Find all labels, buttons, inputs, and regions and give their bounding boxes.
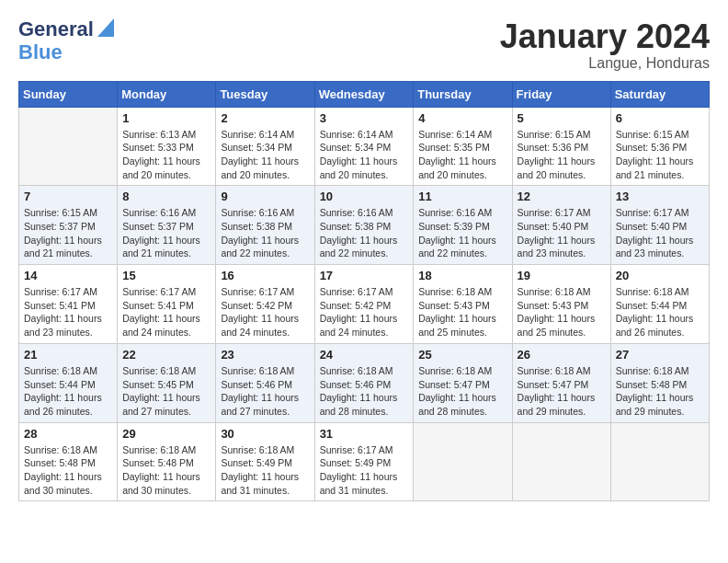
logo-text: General bbox=[18, 19, 94, 40]
day-number: 8 bbox=[122, 190, 210, 203]
cell-details: Sunrise: 6:16 AMSunset: 5:37 PMDaylight:… bbox=[122, 206, 210, 260]
day-number: 25 bbox=[418, 348, 506, 362]
cell-details: Sunrise: 6:17 AMSunset: 5:40 PMDaylight:… bbox=[518, 206, 606, 260]
day-number: 11 bbox=[418, 190, 506, 203]
cell-details: Sunrise: 6:14 AMSunset: 5:34 PMDaylight:… bbox=[221, 128, 309, 182]
calendar-cell: 15Sunrise: 6:17 AMSunset: 5:41 PMDayligh… bbox=[118, 265, 216, 344]
calendar-cell: 30Sunrise: 6:18 AMSunset: 5:49 PMDayligh… bbox=[216, 422, 314, 501]
day-number: 20 bbox=[616, 269, 704, 282]
calendar-cell: 2Sunrise: 6:14 AMSunset: 5:34 PMDaylight… bbox=[216, 107, 314, 186]
day-number: 17 bbox=[320, 269, 409, 282]
calendar-cell: 31Sunrise: 6:17 AMSunset: 5:49 PMDayligh… bbox=[314, 422, 414, 501]
calendar-cell: 29Sunrise: 6:18 AMSunset: 5:48 PMDayligh… bbox=[118, 422, 216, 501]
cell-details: Sunrise: 6:17 AMSunset: 5:49 PMDaylight:… bbox=[320, 443, 409, 498]
weekday-header: Saturday bbox=[610, 81, 709, 107]
cell-details: Sunrise: 6:17 AMSunset: 5:42 PMDaylight:… bbox=[221, 285, 309, 339]
cell-details: Sunrise: 6:16 AMSunset: 5:38 PMDaylight:… bbox=[320, 206, 409, 260]
calendar-cell: 26Sunrise: 6:18 AMSunset: 5:47 PMDayligh… bbox=[512, 343, 610, 422]
calendar-cell: 18Sunrise: 6:18 AMSunset: 5:43 PMDayligh… bbox=[414, 265, 512, 344]
calendar-cell: 9Sunrise: 6:16 AMSunset: 5:38 PMDaylight… bbox=[216, 186, 314, 265]
page-header: General Blue January 2024 Langue, Hondur… bbox=[18, 18, 710, 72]
day-number: 22 bbox=[122, 348, 210, 362]
calendar-cell: 23Sunrise: 6:18 AMSunset: 5:46 PMDayligh… bbox=[216, 343, 314, 422]
calendar-week-row: 7Sunrise: 6:15 AMSunset: 5:37 PMDaylight… bbox=[19, 186, 710, 265]
location: Langue, Honduras bbox=[500, 55, 710, 72]
calendar-cell bbox=[414, 422, 512, 501]
calendar-cell: 14Sunrise: 6:17 AMSunset: 5:41 PMDayligh… bbox=[19, 265, 118, 344]
cell-details: Sunrise: 6:17 AMSunset: 5:41 PMDaylight:… bbox=[24, 285, 112, 339]
calendar-cell: 22Sunrise: 6:18 AMSunset: 5:45 PMDayligh… bbox=[118, 343, 216, 422]
weekday-header-row: SundayMondayTuesdayWednesdayThursdayFrid… bbox=[19, 81, 710, 107]
day-number: 28 bbox=[24, 427, 112, 441]
calendar-cell: 17Sunrise: 6:17 AMSunset: 5:42 PMDayligh… bbox=[314, 265, 414, 344]
calendar-cell: 19Sunrise: 6:18 AMSunset: 5:43 PMDayligh… bbox=[512, 265, 610, 344]
day-number: 27 bbox=[616, 348, 704, 362]
day-number: 3 bbox=[320, 111, 409, 125]
weekday-header: Tuesday bbox=[216, 81, 314, 107]
calendar-cell: 6Sunrise: 6:15 AMSunset: 5:36 PMDaylight… bbox=[610, 107, 709, 186]
day-number: 12 bbox=[518, 190, 606, 203]
cell-details: Sunrise: 6:18 AMSunset: 5:46 PMDaylight:… bbox=[221, 364, 309, 419]
calendar-cell: 24Sunrise: 6:18 AMSunset: 5:46 PMDayligh… bbox=[314, 343, 414, 422]
cell-details: Sunrise: 6:18 AMSunset: 5:43 PMDaylight:… bbox=[518, 285, 606, 339]
day-number: 9 bbox=[221, 190, 309, 203]
day-number: 24 bbox=[320, 348, 409, 362]
weekday-header: Sunday bbox=[19, 81, 118, 107]
day-number: 15 bbox=[122, 269, 210, 282]
day-number: 5 bbox=[518, 111, 606, 125]
weekday-header: Friday bbox=[512, 81, 610, 107]
logo-icon bbox=[97, 18, 114, 37]
day-number: 7 bbox=[24, 190, 112, 203]
cell-details: Sunrise: 6:18 AMSunset: 5:49 PMDaylight:… bbox=[221, 443, 309, 498]
calendar-table: SundayMondayTuesdayWednesdayThursdayFrid… bbox=[18, 81, 710, 502]
calendar-cell: 28Sunrise: 6:18 AMSunset: 5:48 PMDayligh… bbox=[19, 422, 118, 501]
calendar-cell: 8Sunrise: 6:16 AMSunset: 5:37 PMDaylight… bbox=[118, 186, 216, 265]
day-number: 13 bbox=[616, 190, 704, 203]
cell-details: Sunrise: 6:18 AMSunset: 5:48 PMDaylight:… bbox=[616, 364, 704, 419]
cell-details: Sunrise: 6:18 AMSunset: 5:44 PMDaylight:… bbox=[616, 285, 704, 339]
calendar-week-row: 28Sunrise: 6:18 AMSunset: 5:48 PMDayligh… bbox=[19, 422, 710, 501]
day-number: 23 bbox=[221, 348, 309, 362]
calendar-cell: 25Sunrise: 6:18 AMSunset: 5:47 PMDayligh… bbox=[414, 343, 512, 422]
logo: General Blue bbox=[18, 18, 114, 64]
calendar-cell: 11Sunrise: 6:16 AMSunset: 5:39 PMDayligh… bbox=[414, 186, 512, 265]
day-number: 18 bbox=[418, 269, 506, 282]
calendar-cell: 1Sunrise: 6:13 AMSunset: 5:33 PMDaylight… bbox=[118, 107, 216, 186]
cell-details: Sunrise: 6:15 AMSunset: 5:37 PMDaylight:… bbox=[24, 206, 112, 260]
calendar-cell: 4Sunrise: 6:14 AMSunset: 5:35 PMDaylight… bbox=[414, 107, 512, 186]
day-number: 29 bbox=[122, 427, 210, 441]
calendar-week-row: 21Sunrise: 6:18 AMSunset: 5:44 PMDayligh… bbox=[19, 343, 710, 422]
calendar-cell: 20Sunrise: 6:18 AMSunset: 5:44 PMDayligh… bbox=[610, 265, 709, 344]
calendar-cell: 16Sunrise: 6:17 AMSunset: 5:42 PMDayligh… bbox=[216, 265, 314, 344]
day-number: 31 bbox=[320, 427, 409, 441]
calendar-cell: 27Sunrise: 6:18 AMSunset: 5:48 PMDayligh… bbox=[610, 343, 709, 422]
cell-details: Sunrise: 6:15 AMSunset: 5:36 PMDaylight:… bbox=[616, 128, 704, 182]
day-number: 19 bbox=[518, 269, 606, 282]
cell-details: Sunrise: 6:16 AMSunset: 5:39 PMDaylight:… bbox=[418, 206, 506, 260]
day-number: 30 bbox=[221, 427, 309, 441]
calendar-cell: 12Sunrise: 6:17 AMSunset: 5:40 PMDayligh… bbox=[512, 186, 610, 265]
day-number: 4 bbox=[418, 111, 506, 125]
month-title: January 2024 bbox=[500, 18, 710, 55]
calendar-cell bbox=[512, 422, 610, 501]
day-number: 16 bbox=[221, 269, 309, 282]
day-number: 26 bbox=[518, 348, 606, 362]
cell-details: Sunrise: 6:18 AMSunset: 5:46 PMDaylight:… bbox=[320, 364, 409, 419]
day-number: 6 bbox=[616, 111, 704, 125]
weekday-header: Thursday bbox=[414, 81, 512, 107]
cell-details: Sunrise: 6:18 AMSunset: 5:45 PMDaylight:… bbox=[122, 364, 210, 419]
cell-details: Sunrise: 6:18 AMSunset: 5:47 PMDaylight:… bbox=[418, 364, 506, 419]
calendar-cell: 3Sunrise: 6:14 AMSunset: 5:34 PMDaylight… bbox=[314, 107, 414, 186]
calendar-cell: 13Sunrise: 6:17 AMSunset: 5:40 PMDayligh… bbox=[610, 186, 709, 265]
cell-details: Sunrise: 6:14 AMSunset: 5:34 PMDaylight:… bbox=[320, 128, 409, 182]
weekday-header: Monday bbox=[118, 81, 216, 107]
calendar-cell: 10Sunrise: 6:16 AMSunset: 5:38 PMDayligh… bbox=[314, 186, 414, 265]
cell-details: Sunrise: 6:18 AMSunset: 5:48 PMDaylight:… bbox=[122, 443, 210, 498]
logo-blue: Blue bbox=[18, 40, 63, 64]
calendar-cell: 7Sunrise: 6:15 AMSunset: 5:37 PMDaylight… bbox=[19, 186, 118, 265]
cell-details: Sunrise: 6:17 AMSunset: 5:41 PMDaylight:… bbox=[122, 285, 210, 339]
cell-details: Sunrise: 6:17 AMSunset: 5:40 PMDaylight:… bbox=[616, 206, 704, 260]
cell-details: Sunrise: 6:15 AMSunset: 5:36 PMDaylight:… bbox=[518, 128, 606, 182]
calendar-week-row: 1Sunrise: 6:13 AMSunset: 5:33 PMDaylight… bbox=[19, 107, 710, 186]
cell-details: Sunrise: 6:18 AMSunset: 5:43 PMDaylight:… bbox=[418, 285, 506, 339]
